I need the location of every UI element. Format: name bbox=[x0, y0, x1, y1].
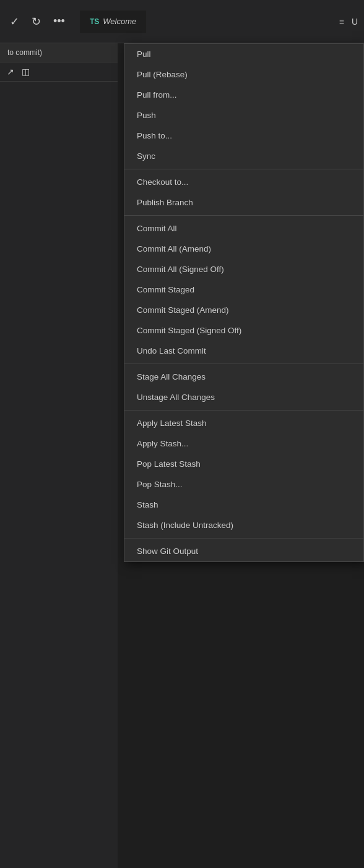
more-icon[interactable]: ••• bbox=[50, 11, 69, 32]
menu-item-sync[interactable]: Sync bbox=[124, 146, 363, 166]
menu-item-publish-branch[interactable]: Publish Branch bbox=[124, 192, 363, 213]
sidebar-header: to commit) bbox=[0, 43, 118, 62]
menu-item-commit-staged-signed-off[interactable]: Commit Staged (Signed Off) bbox=[124, 320, 363, 341]
menu-item-commit-all[interactable]: Commit All bbox=[124, 218, 363, 239]
top-bar-right-icons: ≡ U bbox=[339, 17, 358, 27]
sidebar-action-icon-1[interactable]: ↗ bbox=[5, 65, 16, 79]
sidebar-action-icon-2[interactable]: ◫ bbox=[20, 65, 32, 79]
menu-item-undo-last-commit[interactable]: Undo Last Commit bbox=[124, 341, 363, 361]
sidebar-icons-row: ↗ ◫ bbox=[0, 62, 118, 82]
check-icon[interactable]: ✓ bbox=[6, 11, 23, 32]
menu-item-unstage-all-changes[interactable]: Unstage All Changes bbox=[124, 387, 363, 407]
menu-item-checkout-to[interactable]: Checkout to... bbox=[124, 172, 363, 192]
menu-item-pull-from[interactable]: Pull from... bbox=[124, 85, 363, 105]
menu-item-apply-stash[interactable]: Apply Stash... bbox=[124, 433, 363, 454]
tab-area: TS Welcome bbox=[80, 11, 146, 33]
refresh-icon[interactable]: ↻ bbox=[28, 11, 45, 32]
menu-item-pop-latest-stash[interactable]: Pop Latest Stash bbox=[124, 454, 363, 474]
divider-after-unstage-all-changes bbox=[124, 410, 363, 411]
menu-item-commit-all-amend[interactable]: Commit All (Amend) bbox=[124, 239, 363, 259]
divider-after-stash-include-untracked bbox=[124, 538, 363, 538]
top-bar: ✓ ↻ ••• TS Welcome ≡ U bbox=[0, 0, 364, 43]
menu-item-commit-all-signed-off[interactable]: Commit All (Signed Off) bbox=[124, 259, 363, 279]
tab-title: Welcome bbox=[103, 17, 136, 26]
menu-item-commit-staged-amend[interactable]: Commit Staged (Amend) bbox=[124, 300, 363, 320]
menu-item-pop-stash[interactable]: Pop Stash... bbox=[124, 474, 363, 495]
git-dropdown-menu: PullPull (Rebase)Pull from...PushPush to… bbox=[124, 43, 364, 562]
menu-item-show-git-output[interactable]: Show Git Output bbox=[124, 541, 363, 561]
menu-item-pull[interactable]: Pull bbox=[124, 44, 363, 64]
tab-prefix: TS bbox=[90, 17, 99, 26]
divider-after-undo-last-commit bbox=[124, 364, 363, 364]
menu-item-apply-latest-stash[interactable]: Apply Latest Stash bbox=[124, 413, 363, 433]
menu-item-commit-staged[interactable]: Commit Staged bbox=[124, 279, 363, 300]
divider-after-sync bbox=[124, 169, 363, 169]
menu-item-stash[interactable]: Stash bbox=[124, 495, 363, 515]
tab-welcome[interactable]: TS Welcome bbox=[80, 11, 146, 33]
user-icon[interactable]: U bbox=[352, 17, 358, 27]
menu-item-stage-all-changes[interactable]: Stage All Changes bbox=[124, 367, 363, 387]
menu-item-pull-rebase[interactable]: Pull (Rebase) bbox=[124, 64, 363, 85]
menu-icon[interactable]: ≡ bbox=[339, 17, 344, 27]
menu-item-stash-include-untracked[interactable]: Stash (Include Untracked) bbox=[124, 515, 363, 535]
menu-item-push[interactable]: Push bbox=[124, 105, 363, 126]
divider-after-publish-branch bbox=[124, 215, 363, 216]
menu-item-push-to[interactable]: Push to... bbox=[124, 126, 363, 146]
sidebar: to commit) ↗ ◫ bbox=[0, 43, 118, 868]
